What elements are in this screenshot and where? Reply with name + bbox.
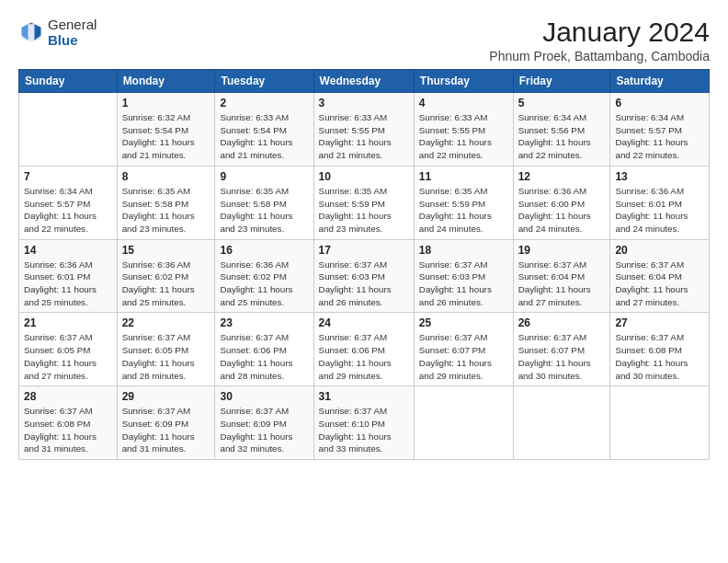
day-info: Sunrise: 6:32 AM Sunset: 5:54 PM Dayligh… <box>122 111 210 162</box>
day-number: 8 <box>122 170 210 183</box>
day-number: 25 <box>419 316 508 329</box>
day-number: 18 <box>419 244 508 257</box>
logo-icon <box>18 19 44 45</box>
calendar-cell <box>19 93 118 167</box>
calendar-cell: 25Sunrise: 6:37 AM Sunset: 6:07 PM Dayli… <box>414 313 513 386</box>
calendar-cell <box>610 386 710 460</box>
day-info: Sunrise: 6:37 AM Sunset: 6:04 PM Dayligh… <box>615 259 704 309</box>
day-number: 27 <box>615 316 704 329</box>
calendar-cell: 15Sunrise: 6:36 AM Sunset: 6:02 PM Dayli… <box>117 239 215 313</box>
day-info: Sunrise: 6:37 AM Sunset: 6:06 PM Dayligh… <box>319 331 409 382</box>
day-info: Sunrise: 6:37 AM Sunset: 6:06 PM Dayligh… <box>220 331 308 382</box>
day-number: 1 <box>122 97 210 109</box>
day-number: 16 <box>220 244 308 257</box>
day-of-week-wednesday: Wednesday <box>313 70 414 93</box>
calendar-cell: 26Sunrise: 6:37 AM Sunset: 6:07 PM Dayli… <box>513 313 610 386</box>
day-info: Sunrise: 6:37 AM Sunset: 6:04 PM Dayligh… <box>518 259 606 309</box>
day-of-week-saturday: Saturday <box>610 70 710 93</box>
day-number: 24 <box>319 316 409 329</box>
calendar-cell: 18Sunrise: 6:37 AM Sunset: 6:03 PM Dayli… <box>414 239 513 313</box>
day-info: Sunrise: 6:36 AM Sunset: 6:01 PM Dayligh… <box>615 185 704 236</box>
day-info: Sunrise: 6:37 AM Sunset: 6:05 PM Dayligh… <box>122 331 210 382</box>
day-number: 10 <box>319 170 409 183</box>
day-info: Sunrise: 6:37 AM Sunset: 6:07 PM Dayligh… <box>419 331 508 382</box>
calendar-cell: 9Sunrise: 6:35 AM Sunset: 5:58 PM Daylig… <box>215 166 313 239</box>
calendar-cell: 31Sunrise: 6:37 AM Sunset: 6:10 PM Dayli… <box>313 386 414 460</box>
calendar-cell: 22Sunrise: 6:37 AM Sunset: 6:05 PM Dayli… <box>117 313 215 386</box>
day-number: 13 <box>615 170 704 183</box>
day-number: 5 <box>518 97 606 109</box>
day-number: 23 <box>220 316 308 329</box>
day-info: Sunrise: 6:35 AM Sunset: 5:59 PM Dayligh… <box>319 185 409 236</box>
day-info: Sunrise: 6:34 AM Sunset: 5:56 PM Dayligh… <box>518 111 606 162</box>
calendar-cell: 21Sunrise: 6:37 AM Sunset: 6:05 PM Dayli… <box>19 313 118 386</box>
calendar-cell: 4Sunrise: 6:33 AM Sunset: 5:55 PM Daylig… <box>414 93 513 167</box>
calendar-cell: 13Sunrise: 6:36 AM Sunset: 6:01 PM Dayli… <box>610 166 710 239</box>
calendar-cell: 17Sunrise: 6:37 AM Sunset: 6:03 PM Dayli… <box>313 239 414 313</box>
day-number: 29 <box>122 390 210 403</box>
calendar-cell: 3Sunrise: 6:33 AM Sunset: 5:55 PM Daylig… <box>313 93 414 167</box>
calendar: SundayMondayTuesdayWednesdayThursdayFrid… <box>18 69 710 460</box>
calendar-cell: 8Sunrise: 6:35 AM Sunset: 5:58 PM Daylig… <box>117 166 215 239</box>
day-number: 21 <box>24 316 112 329</box>
day-info: Sunrise: 6:37 AM Sunset: 6:09 PM Dayligh… <box>220 405 308 455</box>
day-info: Sunrise: 6:36 AM Sunset: 6:01 PM Dayligh… <box>24 259 112 309</box>
day-number: 15 <box>122 244 210 257</box>
day-number: 12 <box>518 170 606 183</box>
day-number: 9 <box>220 170 308 183</box>
calendar-cell: 29Sunrise: 6:37 AM Sunset: 6:09 PM Dayli… <box>117 386 215 460</box>
calendar-cell: 14Sunrise: 6:36 AM Sunset: 6:01 PM Dayli… <box>19 239 118 313</box>
day-info: Sunrise: 6:37 AM Sunset: 6:10 PM Dayligh… <box>319 405 409 455</box>
calendar-cell: 23Sunrise: 6:37 AM Sunset: 6:06 PM Dayli… <box>215 313 313 386</box>
day-info: Sunrise: 6:34 AM Sunset: 5:57 PM Dayligh… <box>24 185 112 236</box>
day-number: 4 <box>419 97 508 109</box>
day-number: 20 <box>615 244 704 257</box>
calendar-cell: 16Sunrise: 6:36 AM Sunset: 6:02 PM Dayli… <box>215 239 313 313</box>
day-of-week-sunday: Sunday <box>19 70 118 93</box>
day-number: 30 <box>220 390 308 403</box>
day-number: 31 <box>319 390 409 403</box>
logo: General Blue <box>18 17 97 49</box>
day-info: Sunrise: 6:37 AM Sunset: 6:03 PM Dayligh… <box>419 259 508 309</box>
day-of-week-tuesday: Tuesday <box>215 70 313 93</box>
calendar-cell: 20Sunrise: 6:37 AM Sunset: 6:04 PM Dayli… <box>610 239 710 313</box>
calendar-cell: 27Sunrise: 6:37 AM Sunset: 6:08 PM Dayli… <box>610 313 710 386</box>
day-number: 19 <box>518 244 606 257</box>
day-info: Sunrise: 6:35 AM Sunset: 5:58 PM Dayligh… <box>220 185 308 236</box>
svg-marker-3 <box>28 23 35 25</box>
calendar-cell: 2Sunrise: 6:33 AM Sunset: 5:54 PM Daylig… <box>215 93 313 167</box>
day-number: 7 <box>24 170 112 183</box>
day-info: Sunrise: 6:35 AM Sunset: 5:59 PM Dayligh… <box>419 185 508 236</box>
day-info: Sunrise: 6:37 AM Sunset: 6:03 PM Dayligh… <box>319 259 409 309</box>
calendar-cell: 19Sunrise: 6:37 AM Sunset: 6:04 PM Dayli… <box>513 239 610 313</box>
calendar-cell: 12Sunrise: 6:36 AM Sunset: 6:00 PM Dayli… <box>513 166 610 239</box>
calendar-cell: 5Sunrise: 6:34 AM Sunset: 5:56 PM Daylig… <box>513 93 610 167</box>
day-info: Sunrise: 6:36 AM Sunset: 6:00 PM Dayligh… <box>518 185 606 236</box>
day-number: 22 <box>122 316 210 329</box>
calendar-cell: 30Sunrise: 6:37 AM Sunset: 6:09 PM Dayli… <box>215 386 313 460</box>
day-number: 17 <box>319 244 409 257</box>
title-block: January 2024 Phnum Proek, Battambang, Ca… <box>489 17 710 63</box>
day-info: Sunrise: 6:33 AM Sunset: 5:55 PM Dayligh… <box>419 111 508 162</box>
calendar-cell: 6Sunrise: 6:34 AM Sunset: 5:57 PM Daylig… <box>610 93 710 167</box>
day-of-week-monday: Monday <box>117 70 215 93</box>
day-info: Sunrise: 6:36 AM Sunset: 6:02 PM Dayligh… <box>220 259 308 309</box>
day-info: Sunrise: 6:37 AM Sunset: 6:08 PM Dayligh… <box>24 405 112 455</box>
location: Phnum Proek, Battambang, Cambodia <box>489 49 710 63</box>
day-number: 11 <box>419 170 508 183</box>
month-title: January 2024 <box>489 17 710 47</box>
calendar-cell: 10Sunrise: 6:35 AM Sunset: 5:59 PM Dayli… <box>313 166 414 239</box>
day-info: Sunrise: 6:37 AM Sunset: 6:05 PM Dayligh… <box>24 331 112 382</box>
day-info: Sunrise: 6:37 AM Sunset: 6:08 PM Dayligh… <box>615 331 704 382</box>
day-info: Sunrise: 6:34 AM Sunset: 5:57 PM Dayligh… <box>615 111 704 162</box>
calendar-cell: 24Sunrise: 6:37 AM Sunset: 6:06 PM Dayli… <box>313 313 414 386</box>
day-of-week-thursday: Thursday <box>414 70 513 93</box>
calendar-cell: 1Sunrise: 6:32 AM Sunset: 5:54 PM Daylig… <box>117 93 215 167</box>
calendar-cell <box>513 386 610 460</box>
calendar-cell <box>414 386 513 460</box>
calendar-cell: 7Sunrise: 6:34 AM Sunset: 5:57 PM Daylig… <box>19 166 118 239</box>
day-number: 6 <box>615 97 704 109</box>
day-info: Sunrise: 6:36 AM Sunset: 6:02 PM Dayligh… <box>122 259 210 309</box>
day-info: Sunrise: 6:33 AM Sunset: 5:55 PM Dayligh… <box>319 111 409 162</box>
day-info: Sunrise: 6:37 AM Sunset: 6:09 PM Dayligh… <box>122 405 210 455</box>
